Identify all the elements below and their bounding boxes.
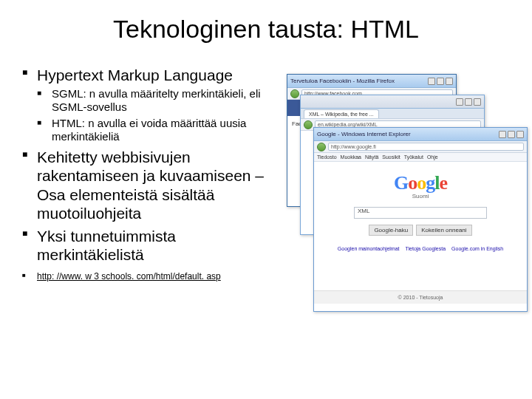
bullet-1-2: HTML: n avulla ei voida määrittää uusia … xyxy=(37,117,268,143)
titlebar-text: Google - Windows Internet Explorer xyxy=(317,131,411,137)
toolbar-ie: http://www.google.fi xyxy=(314,141,527,153)
maximize-button[interactable] xyxy=(465,98,472,106)
back-icon[interactable] xyxy=(317,143,326,151)
tabstrip-chrome: XML – Wikipedia, the free ... xyxy=(301,109,484,119)
back-icon[interactable] xyxy=(304,120,313,129)
close-button[interactable] xyxy=(446,78,453,85)
titlebar-ie: Google - Windows Internet Explorer xyxy=(314,128,527,141)
minimize-button[interactable] xyxy=(428,78,435,85)
sub-list: SGML: n avulla määritelty merkintäkieli,… xyxy=(37,87,268,143)
google-links: Googlen mainontaohjelmat Tietoja Googles… xyxy=(338,246,503,251)
google-lucky-button[interactable]: Kokeilen onneani xyxy=(416,225,471,236)
bullet-1-text: Hypertext Markup Language xyxy=(37,66,233,83)
menu-item[interactable]: Suosikit xyxy=(382,154,400,160)
bullet-3: Yksi tunnetuimmista merkintäkielistä xyxy=(22,227,268,264)
bullet-list: Hypertext Markup Language SGML: n avulla… xyxy=(22,66,268,282)
google-buttons: Google-haku Kokeilen onneani xyxy=(369,225,471,236)
menubar-ie: Tiedosto Muokkaa Näytä Suosikit Työkalut… xyxy=(314,153,527,162)
back-icon[interactable] xyxy=(290,89,299,98)
titlebar-firefox: Tervetuloa Facebookiin - Mozilla Firefox xyxy=(287,75,456,88)
menu-item[interactable]: Työkalut xyxy=(404,154,423,160)
browser-screenshots: Tervetuloa Facebookiin - Mozilla Firefox… xyxy=(287,74,523,325)
google-logo: Google xyxy=(394,172,447,194)
google-footer: © 2010 - Tietosuoja xyxy=(314,290,527,304)
bullet-1-1: SGML: n avulla määritelty merkintäkieli,… xyxy=(37,87,268,114)
menu-item[interactable]: Tiedosto xyxy=(317,154,337,160)
google-region: Suomi xyxy=(412,193,429,200)
minimize-button[interactable] xyxy=(456,98,463,106)
address-bar[interactable]: http://www.google.fi xyxy=(328,143,524,151)
minimize-button[interactable] xyxy=(499,131,506,138)
titlebar-chrome xyxy=(301,95,484,109)
bullet-4-link[interactable]: http: //www. w 3 schools. com/html/defau… xyxy=(22,271,268,282)
window-buttons xyxy=(456,98,481,106)
bullet-1: Hypertext Markup Language SGML: n avulla… xyxy=(22,66,268,143)
google-search-input[interactable]: XML xyxy=(354,207,487,219)
maximize-button[interactable] xyxy=(437,78,444,85)
menu-item[interactable]: Muokkaa xyxy=(341,154,361,160)
menu-item[interactable]: Näytä xyxy=(365,154,378,160)
window-ie: Google - Windows Internet Explorer http:… xyxy=(313,127,528,312)
google-link[interactable]: Tietoja Googlesta xyxy=(406,246,446,251)
close-button[interactable] xyxy=(474,98,481,106)
google-link[interactable]: Google.com in English xyxy=(451,246,503,251)
close-button[interactable] xyxy=(516,131,524,138)
titlebar-text: Tervetuloa Facebookiin - Mozilla Firefox xyxy=(290,78,395,84)
page-google: Google Suomi XML Google-haku Kokeilen on… xyxy=(314,162,527,304)
text-column: Hypertext Markup Language SGML: n avulla… xyxy=(22,66,276,287)
slide-title: Teknologinen tausta: HTML xyxy=(22,15,510,44)
window-buttons xyxy=(428,78,453,85)
window-buttons xyxy=(499,131,524,138)
bullet-2: Kehitetty webbisivujen rakentamiseen ja … xyxy=(22,148,268,222)
maximize-button[interactable] xyxy=(508,131,515,138)
google-search-button[interactable]: Google-haku xyxy=(369,225,413,236)
menu-item[interactable]: Ohje xyxy=(427,154,438,160)
google-link[interactable]: Googlen mainontaohjelmat xyxy=(338,246,400,251)
tab-wikipedia[interactable]: XML – Wikipedia, the free ... xyxy=(304,109,379,118)
